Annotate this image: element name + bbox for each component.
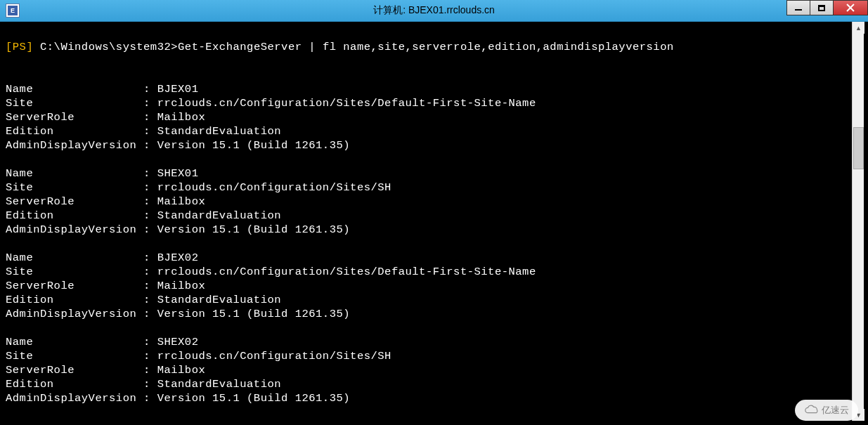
vertical-scrollbar[interactable]: ▲ ▼ (852, 22, 864, 421)
scroll-thumb[interactable] (853, 127, 864, 169)
command-text: Get-ExchangeServer | fl name,site,server… (178, 41, 674, 53)
maximize-button[interactable] (810, 0, 834, 15)
ps-tag: [PS] (6, 41, 33, 53)
cloud-icon (804, 405, 820, 416)
minimize-icon (795, 9, 802, 11)
scroll-up-button[interactable]: ▲ (853, 22, 864, 34)
close-button[interactable] (833, 0, 868, 15)
window-title: 计算机: BJEX01.rrclouds.cn (373, 4, 495, 17)
app-icon: E (6, 4, 20, 18)
prompt-path: C:\Windows\system32> (33, 41, 178, 53)
watermark-text: 亿速云 (822, 404, 849, 417)
maximize-icon (818, 5, 825, 11)
powershell-console[interactable]: [PS] C:\Windows\system32>Get-ExchangeSer… (4, 22, 852, 421)
window-controls (787, 0, 868, 15)
close-icon (846, 4, 855, 12)
window-titlebar: E 计算机: BJEX01.rrclouds.cn (0, 0, 868, 22)
console-container: [PS] C:\Windows\system32>Get-ExchangeSer… (4, 22, 864, 421)
minimize-button[interactable] (786, 0, 810, 15)
watermark-badge: 亿速云 (795, 400, 858, 421)
